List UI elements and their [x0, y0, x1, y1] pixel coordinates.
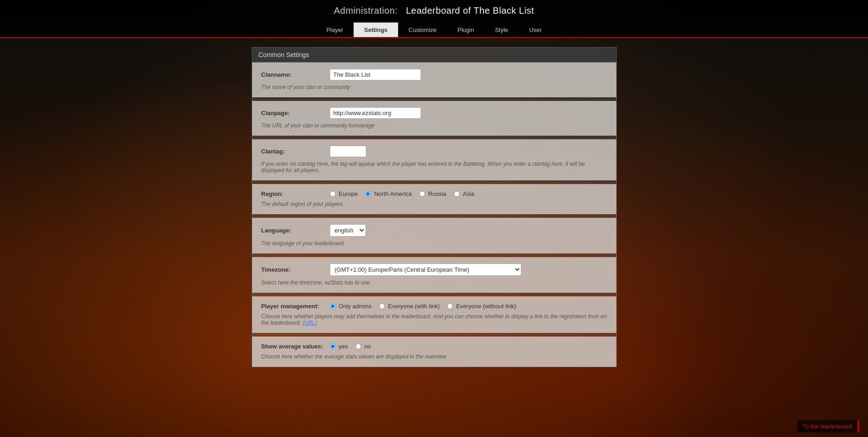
show-average-no-label: no [364, 343, 371, 350]
tab-player[interactable]: Player [316, 22, 353, 37]
timezone-select[interactable]: (GMT+1:00) Europe/Paris (Central Europea… [330, 263, 521, 276]
show-average-yes-option[interactable]: yes [330, 343, 348, 350]
region-na-label: North America [374, 190, 411, 197]
leaderboard-title: Leaderboard of The Black List [406, 5, 534, 16]
show-average-yes-radio[interactable] [330, 343, 336, 349]
pm-admins-option[interactable]: Only admins [330, 303, 372, 310]
pm-everyone-nolink-option[interactable]: Everyone (without link) [447, 303, 516, 310]
clantag-desc: If you enter no clantag here, the tag wi… [261, 161, 607, 174]
show-average-yes-label: yes [339, 343, 348, 350]
region-desc: The default region of your players. [261, 201, 607, 207]
pm-everyone-nolink-radio[interactable] [447, 303, 453, 309]
admin-label: Administration: [334, 5, 398, 16]
nav-tabs: Player Settings Customize Plugin Style U… [9, 22, 859, 37]
region-russia-option[interactable]: Russia [419, 190, 447, 197]
show-average-desc: Choose here whether the average stats va… [261, 353, 607, 360]
region-radio-group: Europe North America Russia Asia [330, 190, 474, 197]
clanpage-label: Clanpage: [261, 110, 325, 116]
clanname-row: Clanname: The name of your clan or commu… [252, 63, 616, 97]
tab-plugin[interactable]: Plugin [447, 22, 484, 37]
page-title: Administration: Leaderboard of The Black… [9, 5, 859, 21]
player-management-label: Player management: [261, 303, 325, 310]
region-asia-label: Asia [463, 190, 474, 197]
region-row: Region: Europe North America Russia [252, 184, 616, 214]
player-management-radio-group: Only admins Everyone (with link) Everyon… [330, 303, 516, 310]
pm-everyone-nolink-label: Everyone (without link) [456, 303, 516, 310]
region-na-radio[interactable] [365, 191, 371, 197]
clantag-row: Clantag: If you enter no clantag here, t… [252, 139, 616, 180]
show-average-no-option[interactable]: no [355, 343, 371, 350]
clanpage-desc: The URL of your clan or community homepa… [261, 122, 607, 129]
tab-style[interactable]: Style [484, 22, 519, 37]
region-asia-option[interactable]: Asia [454, 190, 474, 197]
language-row: Language: english german french spanish … [252, 218, 616, 253]
show-average-radio-group: yes no [330, 343, 371, 350]
region-russia-radio[interactable] [419, 191, 425, 197]
clanname-label: Clanname: [261, 71, 325, 78]
region-europe-radio[interactable] [330, 191, 336, 197]
player-management-url-link[interactable]: (URL) [302, 320, 317, 326]
region-na-option[interactable]: North America [365, 190, 411, 197]
timezone-label: Timezone: [261, 266, 325, 273]
player-management-row: Player management: Only admins Everyone … [252, 296, 616, 333]
clantag-input[interactable] [330, 146, 366, 157]
settings-container: Clanname: The name of your clan or commu… [252, 62, 617, 367]
pm-everyone-link-option[interactable]: Everyone (with link) [379, 303, 440, 310]
tab-user[interactable]: User [519, 22, 552, 37]
language-select[interactable]: english german french spanish [330, 224, 366, 237]
timezone-row: Timezone: (GMT+1:00) Europe/Paris (Centr… [252, 257, 616, 293]
show-average-label: Show average values: [261, 343, 325, 350]
show-average-row: Show average values: yes no Choose here … [252, 337, 616, 367]
region-label: Region: [261, 190, 325, 197]
clanpage-row: Clanpage: The URL of your clan or commun… [252, 101, 616, 136]
to-leaderboard-link[interactable]: To the leaderboard [797, 420, 859, 432]
header: Administration: Leaderboard of The Black… [0, 0, 868, 38]
region-europe-option[interactable]: Europe [330, 190, 358, 197]
pm-everyone-link-label: Everyone (with link) [388, 303, 440, 310]
section-title: Common Settings [252, 47, 617, 62]
tab-customize[interactable]: Customize [398, 22, 447, 37]
tab-settings[interactable]: Settings [353, 22, 398, 37]
pm-everyone-link-radio[interactable] [379, 303, 385, 309]
region-russia-label: Russia [428, 190, 447, 197]
pm-admins-radio[interactable] [330, 303, 336, 309]
player-management-desc: Choose here whether players may add them… [261, 313, 607, 326]
clanname-desc: The name of your clan or community [261, 84, 607, 90]
main-content: Common Settings Clanname: The name of yo… [247, 47, 621, 367]
show-average-no-radio[interactable] [355, 343, 361, 349]
timezone-desc: Select here the timezone, ezStats has to… [261, 279, 607, 286]
clanpage-input[interactable] [330, 107, 421, 119]
clantag-label: Clantag: [261, 148, 325, 155]
region-europe-label: Europe [339, 190, 358, 197]
clanname-input[interactable] [330, 69, 421, 80]
language-desc: The language of your leaderboard [261, 240, 607, 247]
language-label: Language: [261, 227, 325, 234]
pm-admins-label: Only admins [339, 303, 372, 310]
region-asia-radio[interactable] [454, 191, 460, 197]
